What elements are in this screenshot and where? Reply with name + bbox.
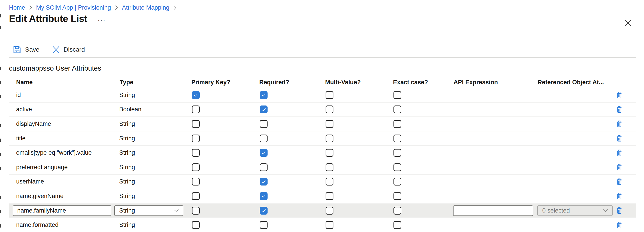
breadcrumb-separator: [29, 4, 32, 11]
checkbox-primary-key[interactable]: [192, 91, 200, 99]
checkbox-primary-key[interactable]: [192, 106, 200, 113]
checkbox-exact-case[interactable]: [394, 120, 401, 128]
attribute-name: emails[type eq "work"].value: [9, 149, 119, 156]
delete-attribute-button[interactable]: [616, 120, 622, 128]
referenced-object-select[interactable]: 0 selected: [537, 205, 613, 216]
checkbox-exact-case[interactable]: [394, 106, 401, 113]
checkbox-required[interactable]: [260, 221, 268, 229]
trash-icon: [616, 135, 622, 142]
close-x-icon: [624, 19, 632, 27]
table-row: String 0 selected: [9, 204, 636, 218]
checkbox-exact-case[interactable]: [394, 192, 401, 200]
checkbox-required[interactable]: [260, 207, 268, 215]
trash-icon: [616, 120, 622, 127]
delete-attribute-button[interactable]: [616, 178, 622, 186]
page-title: Edit Attribute List: [9, 13, 88, 24]
command-bar: Save Discard: [12, 44, 644, 55]
save-button[interactable]: Save: [12, 45, 40, 54]
referenced-object-value: 0 selected: [542, 207, 570, 214]
checkbox-multi-value[interactable]: [326, 120, 334, 128]
checkbox-primary-key[interactable]: [192, 207, 200, 215]
close-button[interactable]: [624, 19, 632, 27]
checkbox-required[interactable]: [260, 149, 268, 157]
type-select-value: String: [119, 207, 135, 214]
checkbox-multi-value[interactable]: [326, 106, 334, 113]
type-select[interactable]: String: [114, 205, 183, 216]
checkmark-icon: [261, 208, 267, 214]
checkbox-required[interactable]: [260, 106, 268, 113]
checkbox-exact-case[interactable]: [394, 207, 401, 215]
column-header-api-expression: API Expression: [453, 79, 537, 86]
checkbox-multi-value[interactable]: [326, 91, 334, 99]
checkbox-required[interactable]: [260, 120, 268, 128]
table-row: titleString: [9, 131, 636, 146]
checkbox-multi-value[interactable]: [326, 149, 334, 157]
attribute-name: displayName: [9, 120, 119, 127]
checkbox-exact-case[interactable]: [394, 178, 401, 186]
floppy-disk-icon: [12, 45, 22, 54]
attribute-name: name.givenName: [9, 193, 119, 200]
attribute-name: preferredLanguage: [9, 164, 119, 171]
trash-icon: [616, 222, 622, 229]
attribute-type: String: [119, 222, 190, 229]
delete-attribute-button[interactable]: [616, 207, 622, 214]
edit-attribute-list-page: Home My SCIM App | Provisioning Attribut…: [0, 0, 644, 232]
attribute-name-input[interactable]: [13, 205, 111, 216]
breadcrumb-separator: [114, 4, 118, 11]
checkbox-required[interactable]: [260, 192, 268, 200]
checkbox-multi-value[interactable]: [326, 221, 334, 229]
delete-attribute-button[interactable]: [616, 106, 622, 113]
checkmark-icon: [193, 92, 199, 98]
checkbox-primary-key[interactable]: [192, 120, 200, 128]
attribute-type: String: [119, 135, 190, 142]
referenced-object-cell: 0 selected: [537, 205, 614, 216]
attribute-type: String: [119, 92, 190, 99]
column-header-exact-case: Exact case?: [392, 79, 453, 86]
checkbox-multi-value[interactable]: [326, 178, 334, 186]
checkbox-primary-key[interactable]: [192, 134, 200, 142]
table-row: displayNameString: [9, 117, 636, 131]
checkbox-required[interactable]: [260, 91, 268, 99]
checkbox-required[interactable]: [260, 178, 268, 186]
delete-attribute-button[interactable]: [616, 134, 622, 142]
trash-icon: [616, 207, 622, 214]
column-header-referenced-object-at: Referenced Object At...: [537, 79, 614, 86]
checkbox-primary-key[interactable]: [192, 163, 200, 171]
checkmark-icon: [261, 150, 267, 156]
checkbox-primary-key[interactable]: [192, 221, 200, 229]
checkbox-required[interactable]: [260, 134, 268, 142]
checkbox-required[interactable]: [260, 163, 268, 171]
checkbox-primary-key[interactable]: [192, 149, 200, 157]
delete-attribute-button[interactable]: [616, 192, 622, 200]
breadcrumb-link-2[interactable]: Attribute Mapping: [122, 4, 170, 11]
api-expression-input[interactable]: [453, 205, 533, 216]
delete-attribute-button[interactable]: [616, 149, 622, 157]
attribute-table: NameTypePrimary Key?Required?Multi-Value…: [9, 77, 636, 232]
breadcrumb-link-0[interactable]: Home: [9, 4, 25, 11]
column-header-name: Name: [9, 79, 119, 86]
delete-attribute-button[interactable]: [616, 91, 622, 99]
save-label: Save: [25, 46, 40, 53]
attribute-name-cell: [9, 205, 119, 216]
checkbox-exact-case[interactable]: [394, 91, 401, 99]
checkbox-multi-value[interactable]: [326, 163, 334, 171]
checkbox-multi-value[interactable]: [326, 192, 334, 200]
delete-attribute-button[interactable]: [616, 163, 622, 171]
breadcrumb-link-1[interactable]: My SCIM App | Provisioning: [36, 4, 111, 11]
delete-attribute-button[interactable]: [616, 221, 622, 229]
checkbox-multi-value[interactable]: [326, 134, 334, 142]
attribute-type-cell: String: [119, 205, 190, 216]
checkbox-multi-value[interactable]: [326, 207, 334, 215]
checkbox-exact-case[interactable]: [394, 163, 401, 171]
discard-button[interactable]: Discard: [52, 46, 85, 54]
table-row: idString: [9, 88, 636, 103]
discard-x-icon: [52, 46, 60, 54]
more-actions-button[interactable]: ···: [98, 19, 106, 21]
checkbox-primary-key[interactable]: [192, 178, 200, 186]
checkbox-exact-case[interactable]: [394, 134, 401, 142]
attribute-type: String: [119, 164, 190, 171]
checkbox-primary-key[interactable]: [192, 192, 200, 200]
clipped-left-panel-edge: [0, 0, 1, 232]
checkbox-exact-case[interactable]: [394, 149, 401, 157]
checkbox-exact-case[interactable]: [394, 221, 401, 229]
